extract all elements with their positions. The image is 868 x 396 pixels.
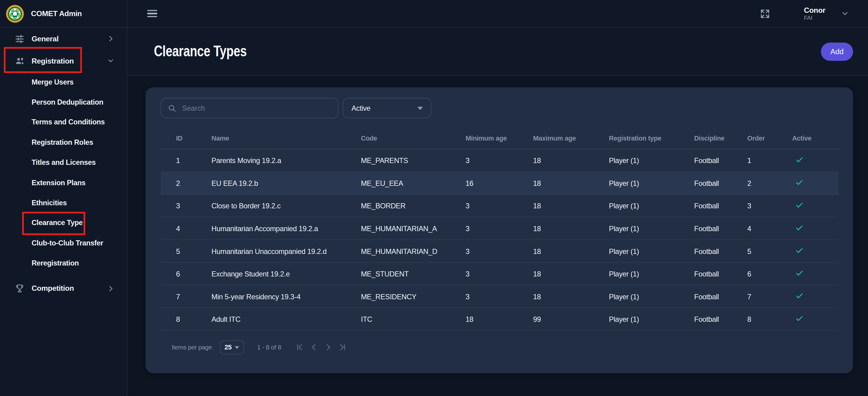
column-header-registration-type: Registration type bbox=[609, 134, 694, 142]
pager-buttons bbox=[292, 341, 350, 354]
sidebar-item-registration-roles[interactable]: Registration Roles bbox=[0, 132, 127, 153]
cell-min_age: 3 bbox=[466, 224, 533, 232]
cell-registration_type: Player (1) bbox=[609, 156, 694, 165]
cell-order: 5 bbox=[747, 247, 792, 255]
page-title: Clearance Types bbox=[154, 43, 247, 60]
column-header-active: Active bbox=[792, 134, 839, 142]
fullscreen-icon[interactable] bbox=[760, 8, 771, 19]
chevron-down-icon bbox=[107, 57, 115, 64]
sidebar-item-person-deduplication[interactable]: Person Deduplication bbox=[0, 92, 127, 112]
add-button[interactable]: Add bbox=[821, 42, 853, 61]
column-header-name: Name bbox=[212, 134, 361, 142]
sidebar-item-label: Titles and Licenses bbox=[32, 158, 96, 166]
status-filter-select[interactable]: Active bbox=[342, 98, 431, 118]
column-header-maximum-age: Maximum age bbox=[533, 134, 609, 142]
table-row[interactable]: 5Humanitarian Unaccompanied 19.2.dME_HUM… bbox=[160, 240, 838, 263]
cell-order: 8 bbox=[747, 315, 792, 323]
check-icon bbox=[795, 291, 804, 302]
cell-discipline: Football bbox=[694, 156, 747, 165]
table-row[interactable]: 8Adult ITCITC1899Player (1)Football8 bbox=[160, 308, 838, 331]
sidebar-item-label: Registration bbox=[32, 57, 74, 65]
table-row[interactable]: 3Close to Border 19.2.cME_BORDER318Playe… bbox=[160, 195, 838, 218]
caret-down-icon bbox=[417, 106, 423, 110]
cell-min_age: 3 bbox=[466, 269, 533, 278]
search-box bbox=[160, 98, 338, 118]
sidebar-item-label: Person Deduplication bbox=[32, 98, 103, 106]
cell-registration_type: Player (1) bbox=[609, 247, 694, 255]
sidebar-item-general[interactable]: General bbox=[0, 28, 127, 50]
user-menu[interactable]: Conor FAI bbox=[804, 6, 826, 21]
app-brand: COMET Admin bbox=[31, 9, 82, 18]
cell-active bbox=[792, 223, 839, 234]
cell-order: 4 bbox=[747, 224, 792, 232]
cell-name: Adult ITC bbox=[212, 315, 361, 323]
sidebar-item-terms-and-conditions[interactable]: Terms and Conditions bbox=[0, 112, 127, 132]
tune-icon bbox=[14, 33, 25, 44]
sidebar-item-reregistration[interactable]: Reregistration bbox=[0, 253, 127, 273]
sidebar-item-label: Clearance Type bbox=[32, 219, 83, 227]
items-per-page-select[interactable]: 25 bbox=[219, 340, 244, 354]
sidebar-item-label: Ethnicities bbox=[32, 199, 67, 207]
status-filter-value: Active bbox=[352, 104, 371, 112]
sidebar-item-registration[interactable]: Registration bbox=[0, 50, 127, 72]
chevron-right-icon bbox=[107, 285, 115, 292]
cell-registration_type: Player (1) bbox=[609, 202, 694, 210]
cell-max_age: 18 bbox=[533, 247, 609, 255]
sidebar-header: COMET Admin bbox=[0, 0, 127, 28]
caret-down-icon bbox=[235, 346, 239, 349]
trophy-icon bbox=[14, 283, 25, 294]
cell-discipline: Football bbox=[694, 179, 747, 187]
cell-registration_type: Player (1) bbox=[609, 269, 694, 278]
sidebar-item-club-to-club-transfer[interactable]: Club-to-Club Transfer bbox=[0, 233, 127, 253]
cell-min_age: 3 bbox=[466, 156, 533, 165]
table-row[interactable]: 7Min 5-year Residency 19.3-4ME_RESIDENCY… bbox=[160, 285, 838, 308]
sidebar-item-competition[interactable]: Competition bbox=[0, 278, 127, 300]
pagination-range: 1 - 8 of 8 bbox=[257, 344, 281, 351]
cell-registration_type: Player (1) bbox=[609, 179, 694, 187]
table-row[interactable]: 1Parents Moving 19.2.aME_PARENTS318Playe… bbox=[160, 149, 838, 172]
cell-registration_type: Player (1) bbox=[609, 224, 694, 232]
cell-order: 1 bbox=[747, 156, 792, 165]
check-icon bbox=[795, 200, 804, 211]
sidebar-item-titles-and-licenses[interactable]: Titles and Licenses bbox=[0, 153, 127, 172]
user-name: Conor bbox=[804, 6, 826, 14]
column-header-code: Code bbox=[361, 134, 466, 142]
user-menu-chevron-down-icon[interactable] bbox=[841, 9, 849, 18]
clearance-types-table: IDNameCodeMinimum ageMaximum ageRegistra… bbox=[160, 127, 838, 331]
sidebar-item-extension-plans[interactable]: Extension Plans bbox=[0, 172, 127, 193]
cell-order: 2 bbox=[747, 179, 792, 187]
chevron-left-icon[interactable] bbox=[307, 341, 321, 354]
cell-code: ME_EU_EEA bbox=[361, 179, 466, 187]
column-header-minimum-age: Minimum age bbox=[466, 134, 533, 142]
chevron-right-icon bbox=[107, 35, 115, 42]
table-row[interactable]: 2EU EEA 19.2.bME_EU_EEA1618Player (1)Foo… bbox=[160, 172, 838, 195]
cell-name: Humanitarian Unaccompanied 19.2.d bbox=[212, 247, 361, 255]
sidebar-item-merge-users[interactable]: Merge Users bbox=[0, 72, 127, 92]
cell-active bbox=[792, 200, 839, 211]
cell-id: 7 bbox=[160, 292, 211, 300]
cell-name: Min 5-year Residency 19.3-4 bbox=[212, 292, 361, 300]
cell-discipline: Football bbox=[694, 247, 747, 255]
search-input[interactable] bbox=[182, 104, 331, 112]
cell-active bbox=[792, 269, 839, 279]
chevron-right-icon[interactable] bbox=[321, 341, 335, 354]
sidebar-item-clearance-type[interactable]: Clearance Type bbox=[0, 213, 127, 233]
pagination: Items per page 25 1 - 8 of 8 bbox=[160, 331, 838, 364]
cell-name: Close to Border 19.2.c bbox=[212, 202, 361, 210]
table-row[interactable]: 6Exchange Student 19.2.eME_STUDENT318Pla… bbox=[160, 263, 838, 286]
cell-min_age: 16 bbox=[466, 179, 533, 187]
cell-discipline: Football bbox=[694, 269, 747, 278]
menu-toggle-icon[interactable] bbox=[147, 8, 157, 19]
cell-discipline: Football bbox=[694, 202, 747, 210]
cell-code: ME_PARENTS bbox=[361, 156, 466, 165]
main-content: Clearance Types Add Active IDNameCodeMin… bbox=[127, 28, 868, 396]
sidebar-item-ethnicities[interactable]: Ethnicities bbox=[0, 193, 127, 212]
cell-active bbox=[792, 155, 839, 166]
sidebar-item-label: Registration Roles bbox=[32, 138, 93, 146]
cell-code: ITC bbox=[361, 315, 466, 323]
table-row[interactable]: 4Humanitarian Accompanied 19.2.aME_HUMAN… bbox=[160, 218, 838, 240]
first-page-icon[interactable] bbox=[292, 341, 307, 354]
cell-max_age: 18 bbox=[533, 292, 609, 300]
last-page-icon[interactable] bbox=[336, 341, 350, 354]
cell-max_age: 18 bbox=[533, 224, 609, 232]
